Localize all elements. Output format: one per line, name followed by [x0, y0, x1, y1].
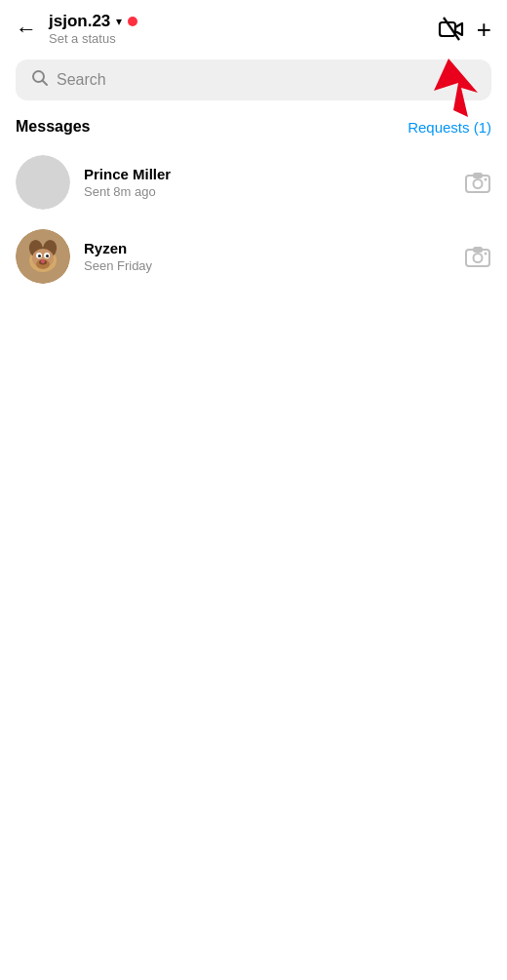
- username-text: jsjon.23: [49, 12, 110, 31]
- svg-point-18: [46, 255, 49, 257]
- messages-title: Messages: [16, 118, 91, 136]
- conversation-time: Sent 8m ago: [84, 184, 450, 199]
- avatar-placeholder: [16, 155, 70, 210]
- search-placeholder-text: Search: [57, 71, 106, 89]
- dropdown-arrow-icon[interactable]: ▾: [116, 15, 122, 28]
- conversation-item-prince-miller[interactable]: Prince Miller Sent 8m ago: [0, 145, 507, 219]
- page-wrapper: ← jsjon.23 ▾ Set a status +: [0, 0, 507, 980]
- plus-icon: +: [477, 17, 491, 42]
- search-icon: [31, 69, 49, 91]
- conversation-item-ryzen[interactable]: Ryzen Seen Friday: [0, 219, 507, 294]
- online-status-dot: [128, 17, 137, 26]
- new-message-button[interactable]: +: [477, 17, 491, 42]
- video-call-button[interactable]: [438, 16, 465, 43]
- message-info-ryzen: Ryzen Seen Friday: [84, 240, 450, 273]
- svg-point-6: [474, 179, 483, 188]
- search-bar[interactable]: Search: [16, 59, 491, 100]
- avatar-prince-miller: [16, 155, 70, 210]
- header-title-block: jsjon.23 ▾ Set a status: [49, 12, 137, 46]
- camera-button-prince-miller[interactable]: [464, 169, 491, 196]
- svg-line-4: [43, 81, 48, 86]
- svg-point-8: [485, 178, 488, 181]
- svg-point-22: [474, 254, 483, 262]
- svg-point-24: [485, 253, 488, 255]
- header-right: +: [438, 16, 491, 43]
- avatar-ryzen: [16, 229, 70, 284]
- conversation-time: Seen Friday: [84, 258, 450, 273]
- message-info-prince-miller: Prince Miller Sent 8m ago: [84, 166, 450, 199]
- message-list: Prince Miller Sent 8m ago: [0, 139, 507, 299]
- status-text[interactable]: Set a status: [49, 31, 137, 46]
- back-button[interactable]: ←: [16, 19, 37, 40]
- requests-link[interactable]: Requests (1): [408, 119, 491, 136]
- header-left: ← jsjon.23 ▾ Set a status: [16, 12, 137, 46]
- camera-button-ryzen[interactable]: [464, 243, 491, 270]
- header: ← jsjon.23 ▾ Set a status +: [0, 0, 507, 54]
- svg-point-17: [38, 255, 41, 257]
- conversation-name: Prince Miller: [84, 166, 450, 182]
- svg-point-20: [41, 259, 45, 263]
- search-bar-container: Search: [0, 54, 507, 110]
- section-header: Messages Requests (1): [0, 110, 507, 139]
- conversation-name: Ryzen: [84, 240, 450, 256]
- username-row: jsjon.23 ▾: [49, 12, 137, 31]
